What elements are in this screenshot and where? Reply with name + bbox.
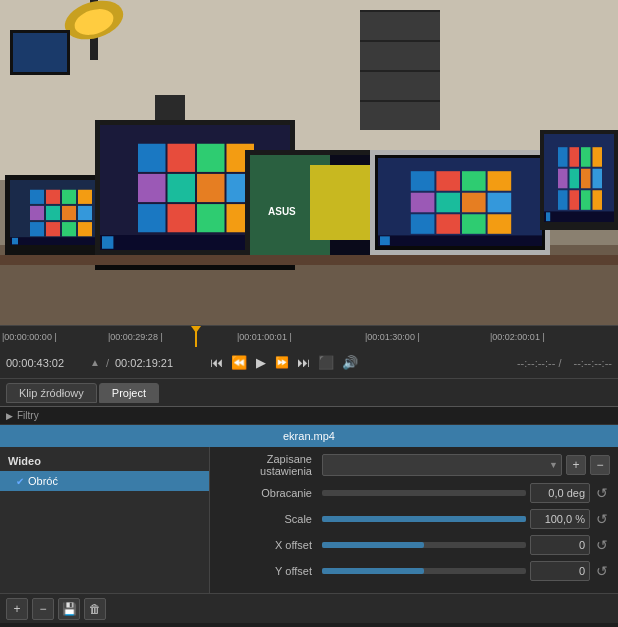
btn-end[interactable]: ⏭ (294, 353, 313, 372)
filter-header: ekran.mp4 (0, 425, 618, 447)
timeline-marker-3: |00:01:30:00 | (365, 332, 420, 342)
scale-reset-btn[interactable]: ↺ (594, 511, 610, 527)
x-offset-label: X offset (218, 539, 318, 551)
x-offset-slider[interactable] (322, 537, 526, 553)
saved-settings-row: Zapisane ustawienia ▼ + − (218, 453, 610, 477)
saved-settings-remove-btn[interactable]: − (590, 455, 610, 475)
btn-start[interactable]: ⏮ (207, 353, 226, 372)
y-offset-label: Y offset (218, 565, 318, 577)
tab-klip-zrodlowy[interactable]: Klip źródłowy (6, 383, 97, 403)
btn-rewind[interactable]: ⏪ (228, 353, 250, 372)
btn-step-forward[interactable]: ⏩ (272, 354, 292, 371)
filter-panel: ekran.mp4 Wideo ✔ Obróć Zapisane ustawie… (0, 425, 618, 593)
timeline-playhead[interactable] (195, 326, 197, 347)
saved-settings-dropdown-wrapper: ▼ (322, 454, 562, 476)
y-offset-value-input[interactable] (530, 561, 590, 581)
scale-slider[interactable] (322, 511, 526, 527)
tabs-bar: Klip źródłowy Project (0, 379, 618, 407)
add-filter-btn[interactable]: + (6, 598, 28, 620)
y-offset-reset-btn[interactable]: ↺ (594, 563, 610, 579)
x-offset-reset-btn[interactable]: ↺ (594, 537, 610, 553)
rotation-reset-btn[interactable]: ↺ (594, 485, 610, 501)
btn-stop[interactable]: ⬛ (315, 353, 337, 372)
controls-bar: 00:00:43:02 ▲ / 00:02:19:21 ⏮ ⏪ ▶ ⏩ ⏭ ⬛ … (0, 347, 618, 379)
rotation-label: Obracanie (218, 487, 318, 499)
rotation-row: Obracanie ↺ (218, 483, 610, 503)
timecode-right2: --:--:--:-- (574, 357, 612, 369)
rotation-slider[interactable] (322, 485, 526, 501)
time-divider-up-icon: ▲ (90, 357, 100, 368)
scale-value-input[interactable] (530, 509, 590, 529)
x-offset-value-input[interactable] (530, 535, 590, 555)
video-preview (0, 0, 618, 325)
timeline-marker-1: |00:00:29:28 | (108, 332, 163, 342)
filters-label-text: Filtry (17, 410, 39, 421)
filter-section-video: Wideo (0, 451, 209, 471)
y-offset-slider[interactable] (322, 563, 526, 579)
delete-filter-btn[interactable]: 🗑 (84, 598, 106, 620)
save-filter-btn[interactable]: 💾 (58, 598, 80, 620)
filter-right-panel: Zapisane ustawienia ▼ + − Obracanie ↺ (210, 447, 618, 593)
saved-settings-dropdown[interactable] (322, 454, 562, 476)
scale-row: Scale ↺ (218, 509, 610, 529)
timeline-marker-2: |00:01:00:01 | (237, 332, 292, 342)
filter-left-panel: Wideo ✔ Obróć (0, 447, 210, 593)
btn-volume[interactable]: 🔊 (339, 353, 361, 372)
btn-play[interactable]: ▶ (252, 353, 270, 372)
filters-collapse-icon[interactable]: ▶ (6, 411, 13, 421)
timeline: |00:00:00:00 | |00:00:29:28 | |00:01:00:… (0, 325, 618, 347)
filter-filename: ekran.mp4 (283, 430, 335, 442)
y-offset-row: Y offset ↺ (218, 561, 610, 581)
filter-item-label: Obróć (28, 475, 58, 487)
saved-settings-add-btn[interactable]: + (566, 455, 586, 475)
filters-label-bar: ▶ Filtry (0, 407, 618, 425)
filter-body: Wideo ✔ Obróć Zapisane ustawienia ▼ + − (0, 447, 618, 593)
x-offset-row: X offset ↺ (218, 535, 610, 555)
timecode-right: --:--:--:-- / (517, 357, 562, 369)
current-time: 00:00:43:02 (6, 357, 86, 369)
bottom-action-bar: + − 💾 🗑 (0, 593, 618, 623)
time-slash: / (106, 357, 109, 369)
scale-label: Scale (218, 513, 318, 525)
tab-project[interactable]: Project (99, 383, 159, 403)
total-time: 00:02:19:21 (115, 357, 195, 369)
timeline-marker-4: |00:02:00:01 | (490, 332, 545, 342)
remove-filter-btn[interactable]: − (32, 598, 54, 620)
filter-check-icon: ✔ (16, 476, 24, 487)
timeline-marker-0: |00:00:00:00 | (2, 332, 57, 342)
rotation-value-input[interactable] (530, 483, 590, 503)
preview-canvas (0, 0, 618, 325)
saved-settings-label: Zapisane ustawienia (218, 453, 318, 477)
filter-item-obroc[interactable]: ✔ Obróć (0, 471, 209, 491)
